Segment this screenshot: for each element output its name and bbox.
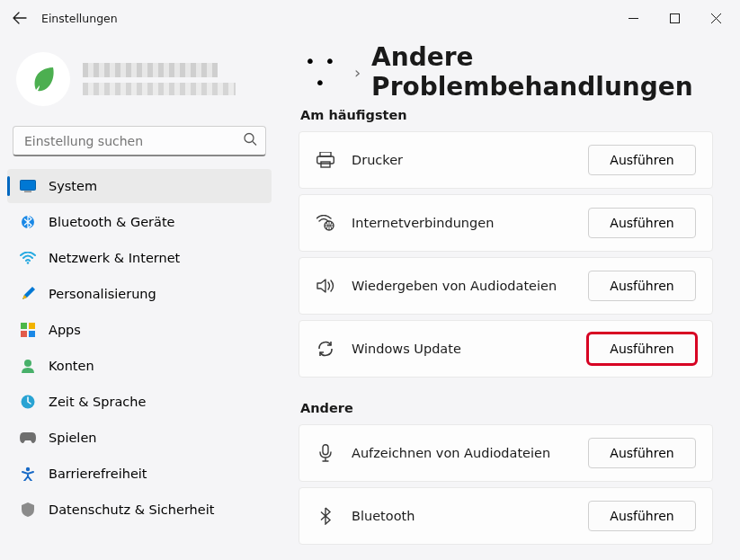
svg-point-10 bbox=[24, 360, 31, 367]
minimize-button[interactable] bbox=[612, 4, 654, 32]
run-button-bluetooth[interactable]: Ausführen bbox=[588, 501, 696, 531]
svg-point-12 bbox=[26, 467, 30, 471]
sidebar-item-apps[interactable]: Apps bbox=[7, 313, 272, 347]
svg-point-5 bbox=[27, 262, 30, 264]
update-cycle-icon bbox=[316, 341, 335, 357]
run-button-internet[interactable]: Ausführen bbox=[588, 208, 696, 238]
run-button-windows-update[interactable]: Ausführen bbox=[588, 333, 696, 364]
sidebar-item-label: System bbox=[49, 179, 97, 193]
run-button-printer[interactable]: Ausführen bbox=[588, 145, 696, 175]
back-button[interactable] bbox=[4, 2, 36, 34]
bluetooth-outline-icon bbox=[316, 507, 335, 525]
gamepad-icon bbox=[20, 432, 36, 443]
svg-rect-14 bbox=[317, 156, 334, 164]
card-label: Internetverbindungen bbox=[352, 216, 572, 230]
svg-rect-6 bbox=[21, 323, 27, 329]
sidebar-item-label: Konten bbox=[49, 359, 94, 373]
card-label: Windows Update bbox=[352, 342, 572, 356]
sidebar-item-personalization[interactable]: Personalisierung bbox=[7, 277, 272, 311]
card-label: Drucker bbox=[352, 153, 572, 167]
wifi-icon bbox=[20, 252, 36, 264]
search-input[interactable] bbox=[13, 126, 266, 156]
close-button[interactable] bbox=[695, 4, 736, 32]
page-title: Andere Problembehandlungen bbox=[371, 42, 713, 102]
sidebar-item-label: Netzwerk & Internet bbox=[49, 251, 180, 265]
svg-rect-0 bbox=[670, 13, 679, 22]
sidebar-item-gaming[interactable]: Spielen bbox=[7, 421, 272, 455]
svg-rect-17 bbox=[323, 445, 328, 455]
troubleshooter-card-audio-play: Wiedergeben von Audiodateien Ausführen bbox=[299, 257, 713, 315]
breadcrumb-overflow-button[interactable]: • • • bbox=[299, 47, 343, 97]
sidebar-item-label: Bluetooth & Geräte bbox=[49, 215, 175, 229]
avatar bbox=[16, 52, 70, 106]
close-icon bbox=[711, 13, 721, 23]
svg-rect-3 bbox=[24, 191, 31, 193]
minimize-icon bbox=[629, 13, 638, 23]
sidebar-item-accounts[interactable]: Konten bbox=[7, 349, 272, 383]
sidebar-item-label: Barrierefreiheit bbox=[49, 467, 147, 481]
troubleshooter-card-printer: Drucker Ausführen bbox=[299, 131, 713, 189]
svg-rect-8 bbox=[21, 331, 27, 337]
profile-name-redacted bbox=[83, 63, 218, 77]
card-label: Bluetooth bbox=[352, 509, 572, 523]
printer-icon bbox=[316, 152, 335, 168]
sidebar-item-accessibility[interactable]: Barrierefreiheit bbox=[7, 457, 272, 491]
sidebar-item-privacy[interactable]: Datenschutz & Sicherheit bbox=[7, 493, 272, 527]
maximize-icon bbox=[670, 13, 680, 23]
troubleshooter-card-internet: Internetverbindungen Ausführen bbox=[299, 194, 713, 252]
troubleshooter-card-bluetooth: Bluetooth Ausführen bbox=[299, 487, 713, 545]
run-button-audio-play[interactable]: Ausführen bbox=[588, 271, 696, 301]
section-title-other: Andere bbox=[300, 401, 713, 415]
svg-rect-13 bbox=[320, 152, 331, 156]
card-label: Aufzeichnen von Audiodateien bbox=[352, 446, 572, 460]
svg-rect-2 bbox=[21, 181, 36, 191]
sidebar-item-label: Datenschutz & Sicherheit bbox=[49, 502, 214, 517]
person-icon bbox=[20, 359, 36, 373]
troubleshooter-card-audio-record: Aufzeichnen von Audiodateien Ausführen bbox=[299, 424, 713, 482]
apps-icon bbox=[20, 323, 36, 337]
leaf-icon bbox=[27, 63, 59, 95]
globe-clock-icon bbox=[20, 395, 36, 409]
sidebar-item-label: Spielen bbox=[49, 431, 97, 445]
microphone-icon bbox=[316, 444, 335, 462]
monitor-icon bbox=[20, 180, 36, 192]
section-title-frequent: Am häufigsten bbox=[300, 108, 713, 122]
bluetooth-icon bbox=[20, 214, 36, 230]
maximize-button[interactable] bbox=[654, 4, 695, 32]
sidebar-item-label: Apps bbox=[49, 323, 81, 337]
sidebar-item-system[interactable]: System bbox=[7, 169, 272, 203]
sidebar-item-network[interactable]: Netzwerk & Internet bbox=[7, 241, 272, 275]
svg-rect-15 bbox=[321, 162, 330, 167]
sidebar-item-label: Personalisierung bbox=[49, 287, 156, 301]
troubleshooter-card-windows-update: Windows Update Ausführen bbox=[299, 320, 713, 378]
svg-rect-9 bbox=[29, 331, 35, 337]
run-button-audio-record[interactable]: Ausführen bbox=[588, 438, 696, 468]
sidebar-item-label: Zeit & Sprache bbox=[49, 395, 146, 409]
arrow-left-icon bbox=[13, 11, 27, 25]
card-label: Wiedergeben von Audiodateien bbox=[352, 279, 572, 293]
svg-rect-7 bbox=[29, 323, 35, 329]
paintbrush-icon bbox=[20, 287, 36, 301]
profile-block[interactable] bbox=[7, 45, 272, 126]
accessibility-icon bbox=[20, 467, 36, 481]
speaker-icon bbox=[316, 278, 335, 294]
shield-icon bbox=[20, 502, 36, 517]
sidebar-item-time-language[interactable]: Zeit & Sprache bbox=[7, 385, 272, 419]
window-title: Einstellungen bbox=[41, 12, 118, 25]
sidebar-item-bluetooth[interactable]: Bluetooth & Geräte bbox=[7, 205, 272, 239]
chevron-right-icon: › bbox=[354, 63, 361, 82]
profile-email-redacted bbox=[83, 83, 236, 95]
wifi-globe-icon bbox=[316, 215, 335, 231]
